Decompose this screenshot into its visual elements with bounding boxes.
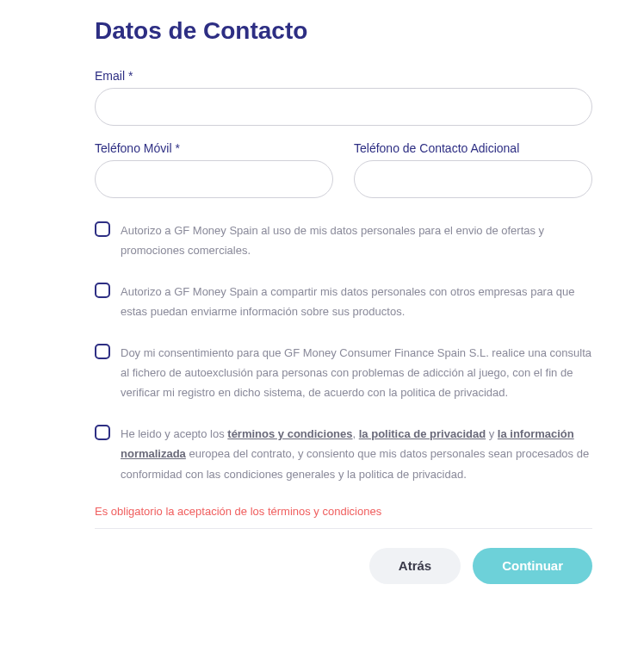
terms-text-prefix: He leido y acepto los bbox=[121, 427, 227, 440]
mobile-label: Teléfono Móvil * bbox=[95, 141, 333, 155]
terms-sep1: , bbox=[353, 427, 359, 440]
additional-phone-label-text: Teléfono de Contacto Adicional bbox=[354, 141, 519, 155]
section-divider bbox=[95, 528, 592, 529]
terms-sep2: y bbox=[486, 427, 498, 440]
terms-checkbox[interactable] bbox=[95, 425, 110, 440]
email-required-mark: * bbox=[128, 69, 133, 83]
mobile-required-mark: * bbox=[175, 141, 179, 155]
page-title: Datos de Contacto bbox=[95, 17, 592, 45]
continue-button[interactable]: Continuar bbox=[473, 548, 592, 584]
mobile-input[interactable] bbox=[95, 160, 333, 198]
sharing-checkbox[interactable] bbox=[95, 283, 110, 298]
marketing-checkbox-label: Autorizo a GF Money Spain al uso de mis … bbox=[121, 221, 592, 261]
terms-conditions-link[interactable]: términos y condiciones bbox=[227, 427, 352, 440]
terms-text-suffix: europea del contrato, y consiento que mi… bbox=[121, 447, 589, 480]
back-button[interactable]: Atrás bbox=[369, 548, 461, 584]
terms-error-message: Es obligatorio la aceptación de los térm… bbox=[95, 505, 592, 518]
consent-checkbox[interactable] bbox=[95, 344, 110, 359]
mobile-label-text: Teléfono Móvil bbox=[95, 141, 172, 155]
consent-checkbox-label: Doy mi consentimiento para que GF Money … bbox=[121, 343, 592, 403]
email-label: Email * bbox=[95, 69, 592, 83]
additional-phone-label: Teléfono de Contacto Adicional bbox=[354, 141, 592, 155]
email-label-text: Email bbox=[95, 69, 125, 83]
email-input[interactable] bbox=[95, 88, 592, 126]
terms-checkbox-label: He leido y acepto los términos y condici… bbox=[121, 424, 592, 484]
additional-phone-input[interactable] bbox=[354, 160, 592, 198]
marketing-checkbox[interactable] bbox=[95, 221, 110, 237]
sharing-checkbox-label: Autorizo a GF Money Spain a compartir mi… bbox=[121, 282, 592, 322]
privacy-policy-link[interactable]: la politica de privacidad bbox=[359, 427, 486, 440]
